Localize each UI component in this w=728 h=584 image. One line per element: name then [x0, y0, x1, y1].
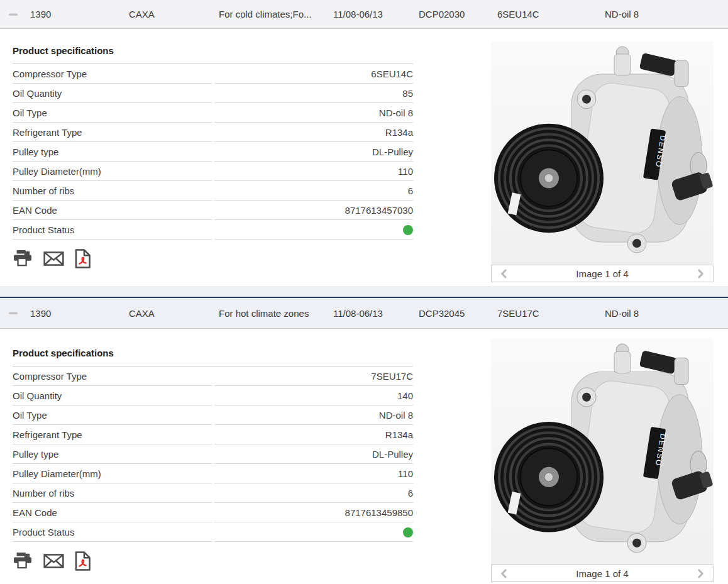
product-section: 1390 CAXA For cold climates;Fo... 11/08-…: [0, 0, 728, 286]
result-row[interactable]: 1390 CAXA For cold climates;Fo... 11/08-…: [0, 0, 728, 29]
cell-engine-code: CAXA: [129, 308, 219, 319]
cell-part-number: DCP32045: [419, 308, 497, 319]
image-pager: Image 1 of 4: [491, 265, 714, 282]
chevron-right-icon: [699, 570, 702, 577]
email-icon: [45, 252, 63, 265]
spec-value: 110: [214, 162, 414, 181]
spec-value: R134a: [214, 425, 414, 444]
cell-compressor-type: 7SEU17C: [497, 308, 605, 319]
spec-value: R134a: [214, 123, 414, 142]
spec-label: Compressor Type: [13, 64, 212, 84]
email-button[interactable]: [43, 251, 64, 266]
spec-label: Pulley Diameter(mm): [13, 162, 212, 181]
cell-period: 11/08-06/13: [333, 9, 419, 19]
spec-label: Oil Type: [13, 405, 212, 425]
spec-label: Product Status: [13, 220, 212, 240]
result-row[interactable]: 1390 CAXA For hot climate zones 11/08-06…: [0, 298, 728, 329]
spec-row: Refrigerant TypeR134a: [13, 425, 413, 444]
cell-oil-type: ND-oil 8: [605, 308, 728, 319]
collapse-row-toggle[interactable]: [0, 13, 30, 16]
cell-compressor-type: 6SEU14C: [497, 9, 605, 19]
spec-row: EAN Code8717613459850: [13, 503, 413, 522]
spec-row: Product Status: [13, 522, 413, 542]
email-button[interactable]: [43, 554, 64, 568]
cell-engine-code: CAXA: [129, 9, 219, 19]
print-icon: [14, 553, 31, 568]
cell-remarks: For hot climate zones: [219, 308, 333, 319]
spec-value: 6: [214, 181, 414, 201]
product-status-indicator: [403, 225, 413, 235]
next-image-button[interactable]: [696, 568, 705, 580]
spec-row: Product Status: [13, 220, 413, 240]
spec-row: Refrigerant TypeR134a: [13, 123, 413, 142]
specs-title: Product specifications: [13, 45, 413, 64]
spec-label: EAN Code: [13, 201, 212, 220]
product-section: 1390 CAXA For hot climate zones 11/08-06…: [0, 298, 728, 584]
prev-image-button[interactable]: [499, 268, 509, 280]
spec-row: Pulley Diameter(mm)110: [13, 464, 413, 483]
spec-label: Refrigerant Type: [13, 425, 212, 444]
spec-value: ND-oil 8: [214, 103, 414, 123]
action-bar: [13, 248, 413, 268]
pdf-icon: [76, 250, 90, 267]
product-status-indicator: [403, 527, 413, 537]
pdf-download-button[interactable]: [75, 249, 91, 268]
spec-value: DL-Pulley: [214, 444, 414, 464]
spec-row: Pulley typeDL-Pulley: [13, 444, 413, 464]
prev-image-button[interactable]: [499, 568, 509, 580]
spec-row: Oil Quantity85: [13, 84, 413, 103]
minus-icon: [9, 13, 18, 15]
specs-table: Compressor Type7SEU17C Oil Quantity140 O…: [10, 366, 416, 542]
spec-row: Number of ribs6: [13, 483, 413, 503]
spec-label: Pulley type: [13, 444, 212, 464]
spec-value: 110: [214, 464, 414, 483]
spec-value: 85: [214, 84, 414, 103]
spec-label: Compressor Type: [13, 366, 212, 386]
spec-value: 8717613457030: [214, 201, 414, 220]
next-image-button[interactable]: [696, 268, 705, 280]
spec-label: Product Status: [13, 522, 212, 542]
spec-value: DL-Pulley: [214, 142, 414, 162]
spec-label: Oil Quantity: [13, 386, 212, 405]
spec-label: Pulley Diameter(mm): [13, 464, 212, 483]
spec-row: Number of ribs6: [13, 181, 413, 201]
pdf-icon: [76, 552, 90, 570]
spec-row: Oil Quantity140: [13, 386, 413, 405]
cell-capacity: 1390: [30, 308, 129, 319]
print-button[interactable]: [13, 250, 33, 267]
print-icon: [14, 250, 31, 265]
spec-value: 8717613459850: [214, 503, 414, 522]
spec-row: Compressor Type7SEU17C: [13, 366, 413, 386]
action-bar: [13, 551, 413, 571]
spec-label: Refrigerant Type: [13, 123, 212, 142]
image-counter: Image 1 of 4: [576, 268, 628, 279]
spec-label: Number of ribs: [13, 181, 212, 201]
spec-label: Oil Type: [13, 103, 212, 123]
cell-remarks: For cold climates;Fo...: [219, 9, 333, 19]
cell-part-number: DCP02030: [419, 9, 497, 19]
section-gap: [0, 286, 728, 297]
spec-value: 7SEU17C: [214, 366, 414, 386]
spec-value: 140: [214, 386, 414, 405]
pdf-download-button[interactable]: [75, 551, 91, 571]
chevron-left-icon: [502, 570, 505, 577]
spec-row: Compressor Type6SEU14C: [13, 64, 413, 84]
image-pager: Image 1 of 4: [491, 565, 714, 582]
product-image[interactable]: [491, 41, 714, 265]
spec-value: 6SEU14C: [214, 64, 414, 84]
cell-period: 11/08-06/13: [333, 308, 419, 319]
email-icon: [45, 554, 63, 567]
spec-label: Number of ribs: [13, 483, 212, 503]
spec-row: Pulley typeDL-Pulley: [13, 142, 413, 162]
print-button[interactable]: [13, 552, 33, 570]
spec-row: EAN Code8717613457030: [13, 201, 413, 220]
spec-row: Oil TypeND-oil 8: [13, 103, 413, 123]
spec-row: Pulley Diameter(mm)110: [13, 162, 413, 181]
chevron-left-icon: [502, 270, 505, 277]
collapse-row-toggle[interactable]: [0, 311, 30, 315]
spec-label: Pulley type: [13, 142, 212, 162]
spec-label: EAN Code: [13, 503, 212, 522]
spec-value: 6: [214, 483, 414, 503]
product-image[interactable]: [491, 339, 714, 565]
spec-label: Oil Quantity: [13, 84, 212, 103]
